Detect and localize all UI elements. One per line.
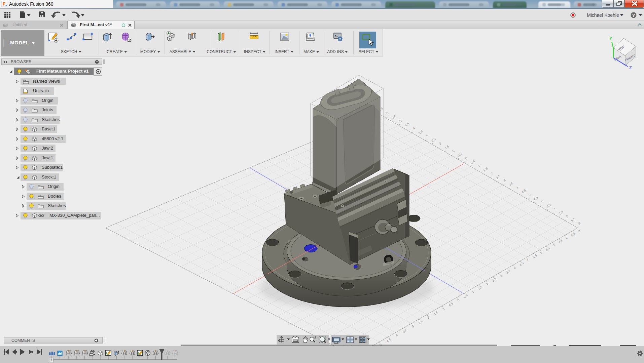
- svg-text:4: 4: [395, 333, 399, 337]
- svg-text:1: 1: [477, 164, 481, 168]
- svg-text:1: 1: [442, 307, 445, 311]
- svg-text:8: 8: [565, 214, 569, 218]
- svg-text:9: 9: [577, 229, 581, 233]
- svg-text:4.5: 4.5: [404, 122, 410, 127]
- svg-text:4.5: 4.5: [521, 189, 526, 194]
- svg-text:5: 5: [526, 258, 530, 262]
- svg-text:3: 3: [499, 274, 503, 278]
- svg-text:3: 3: [411, 324, 415, 328]
- svg-text:2: 2: [490, 171, 494, 175]
- svg-text:6.5: 6.5: [546, 203, 551, 208]
- svg-text:5: 5: [528, 193, 532, 197]
- svg-text:0.5: 0.5: [457, 152, 463, 158]
- svg-text:4.5: 4.5: [518, 261, 524, 267]
- svg-text:0.5: 0.5: [463, 293, 468, 299]
- svg-text:8.5: 8.5: [570, 217, 576, 223]
- svg-text:7.5: 7.5: [558, 210, 564, 215]
- svg-text:0: 0: [464, 156, 468, 160]
- svg-text:3.5: 3.5: [418, 129, 423, 135]
- svg-text:1.5: 1.5: [477, 285, 483, 291]
- svg-text:3.5: 3.5: [402, 328, 408, 334]
- svg-text:1.5: 1.5: [433, 310, 439, 316]
- svg-text:2: 2: [485, 282, 489, 286]
- svg-text:5.5: 5.5: [391, 114, 397, 120]
- svg-text:1.5: 1.5: [482, 167, 488, 172]
- svg-text:0.5: 0.5: [448, 301, 454, 307]
- svg-text:2.5: 2.5: [431, 137, 436, 143]
- svg-text:7: 7: [553, 207, 557, 211]
- svg-text:9: 9: [578, 221, 581, 225]
- svg-text:8.5: 8.5: [570, 232, 576, 237]
- svg-text:7: 7: [552, 243, 556, 247]
- svg-text:1.5: 1.5: [444, 145, 450, 150]
- svg-text:2: 2: [438, 142, 442, 146]
- svg-text:2.5: 2.5: [495, 174, 501, 180]
- svg-text:8: 8: [565, 236, 569, 240]
- svg-text:6: 6: [540, 200, 544, 204]
- svg-text:0: 0: [457, 298, 460, 302]
- svg-text:Z: Z: [629, 66, 632, 70]
- svg-text:5.5: 5.5: [532, 253, 538, 259]
- svg-text:3: 3: [503, 178, 506, 183]
- svg-text:2: 2: [426, 315, 430, 319]
- svg-text:6: 6: [385, 111, 389, 115]
- svg-text:3.5: 3.5: [508, 181, 514, 187]
- svg-text:5: 5: [399, 119, 402, 123]
- svg-text:7.5: 7.5: [558, 239, 563, 244]
- svg-text:6: 6: [539, 250, 543, 254]
- svg-text:4: 4: [412, 126, 416, 130]
- svg-text:4: 4: [513, 266, 516, 270]
- svg-text:1: 1: [471, 290, 475, 294]
- svg-text:4.5: 4.5: [386, 337, 392, 343]
- svg-text:6.5: 6.5: [545, 246, 550, 252]
- svg-text:2.5: 2.5: [418, 319, 423, 325]
- svg-text:4: 4: [515, 186, 519, 190]
- svg-text:5.5: 5.5: [533, 196, 539, 201]
- svg-text:3.5: 3.5: [505, 269, 511, 275]
- svg-text:3: 3: [425, 134, 429, 138]
- svg-text:0.5: 0.5: [470, 159, 475, 165]
- svg-text:2.5: 2.5: [491, 277, 497, 283]
- svg-text:Y: Y: [609, 36, 612, 41]
- svg-text:1: 1: [451, 149, 455, 153]
